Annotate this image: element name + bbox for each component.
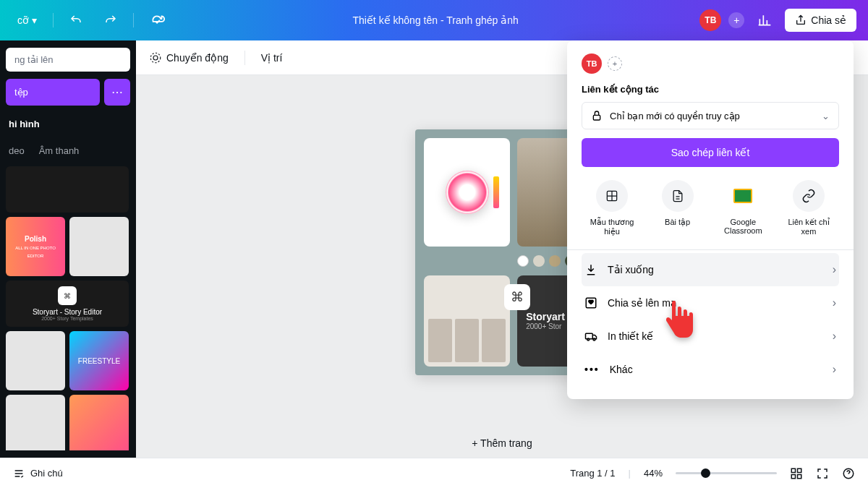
upload-thumbnail[interactable] — [69, 395, 129, 450]
upload-thumbnail[interactable] — [69, 217, 129, 276]
access-dropdown[interactable]: Chỉ bạn mới có quyền truy cập ⌄ — [582, 102, 839, 129]
share-brand-template[interactable]: Mẫu thương hiệu — [584, 180, 639, 236]
chevron-right-icon: › — [833, 330, 836, 343]
upload-button[interactable]: tệp — [6, 79, 100, 106]
notes-button[interactable]: Ghi chú — [13, 468, 63, 479]
add-page-button[interactable]: + Thêm trang — [136, 429, 868, 458]
share-button[interactable]: Chia sẻ — [785, 9, 856, 32]
chevron-right-icon: › — [833, 296, 836, 309]
download-item[interactable]: Tải xuống › — [582, 253, 839, 286]
share-social-item[interactable]: Chia sẻ lên mạ › — [582, 286, 839, 320]
document-icon — [662, 180, 694, 212]
analytics-button[interactable] — [752, 9, 778, 32]
upload-thumbnail[interactable] — [6, 395, 65, 450]
resize-button[interactable]: cỡ ▾ — [12, 10, 43, 30]
color-swatch[interactable] — [517, 255, 529, 267]
svg-point-1 — [150, 53, 161, 63]
upload-thumbnail[interactable] — [6, 166, 129, 213]
link-icon — [793, 180, 825, 212]
cloud-sync-icon[interactable] — [144, 8, 171, 33]
search-input[interactable]: ng tải lên — [6, 48, 130, 72]
user-avatar[interactable]: TB — [699, 9, 721, 31]
chevron-down-icon: ⌄ — [822, 111, 830, 121]
collage-cell[interactable] — [424, 275, 510, 367]
svg-rect-4 — [791, 474, 795, 478]
zoom-value[interactable]: 44% — [644, 468, 663, 479]
upload-thumbnail[interactable]: ⌘Storyart - Story Editor2000+ Story Temp… — [6, 281, 129, 327]
collab-link-label: Liên kết cộng tác — [582, 84, 839, 95]
lens-icon — [446, 171, 489, 214]
animate-button[interactable]: Chuyển động — [149, 51, 229, 64]
more-item[interactable]: ••• Khác › — [582, 353, 839, 386]
color-swatch[interactable] — [533, 255, 545, 267]
position-button[interactable]: Vị trí — [261, 52, 283, 64]
collage-cell[interactable] — [424, 138, 510, 247]
undo-button[interactable] — [64, 9, 88, 31]
classroom-icon — [727, 180, 759, 212]
tab-audio[interactable]: Âm thanh — [39, 145, 80, 156]
chevron-right-icon: › — [833, 263, 836, 276]
footer-bar: Ghi chú Trang 1 / 1 | 44% — [0, 458, 868, 488]
grid-view-button[interactable] — [790, 467, 803, 480]
help-button[interactable] — [842, 467, 855, 480]
print-item[interactable]: In thiết kế › — [582, 320, 839, 353]
page-indicator: Trang 1 / 1 — [570, 468, 615, 479]
uploads-sidebar: ng tải lên tệp ⋯ hi hình deo Âm thanh Po… — [0, 40, 136, 458]
share-panel: TB + Liên kết cộng tác Chỉ bạn mới có qu… — [567, 40, 854, 399]
share-google-classroom[interactable]: Google Classroom — [715, 180, 770, 236]
more-icon: ••• — [584, 364, 600, 375]
template-icon — [596, 180, 628, 212]
share-assignment[interactable]: Bài tập — [650, 180, 705, 236]
svg-point-0 — [153, 56, 158, 60]
svg-rect-2 — [791, 468, 795, 472]
user-avatar[interactable]: TB — [582, 53, 602, 74]
chevron-right-icon: › — [833, 363, 836, 376]
zoom-slider[interactable] — [676, 472, 777, 474]
upload-thumbnail[interactable]: FREESTYLE — [69, 331, 129, 390]
upload-thumbnail[interactable] — [6, 331, 65, 390]
fullscreen-button[interactable] — [816, 467, 829, 480]
record-self-button[interactable]: hi hình — [6, 113, 130, 135]
link-icon: ⌘ — [504, 284, 530, 310]
copy-link-button[interactable]: Sao chép liên kết — [582, 138, 839, 167]
svg-rect-3 — [798, 468, 801, 472]
add-collaborator-button[interactable]: + — [608, 56, 622, 71]
truck-icon — [584, 330, 597, 343]
svg-rect-7 — [593, 115, 600, 120]
lock-icon — [591, 110, 603, 121]
tab-video[interactable]: deo — [9, 145, 25, 156]
color-swatch[interactable] — [549, 255, 561, 267]
heart-icon — [584, 296, 597, 309]
document-title[interactable]: Thiết kế không tên - Tranh ghép ảnh — [171, 14, 699, 26]
svg-rect-5 — [798, 474, 801, 478]
share-view-only-link[interactable]: Liên kết chỉ xem — [781, 180, 836, 236]
upload-thumbnail[interactable]: PolishALL IN ONE PHOTO EDITOR — [6, 217, 65, 276]
upload-more-button[interactable]: ⋯ — [104, 79, 130, 106]
top-bar: cỡ ▾ Thiết kế không tên - Tranh ghép ảnh… — [0, 0, 868, 40]
add-member-button[interactable]: + — [728, 12, 744, 28]
download-icon — [584, 263, 597, 276]
redo-button[interactable] — [98, 9, 123, 31]
